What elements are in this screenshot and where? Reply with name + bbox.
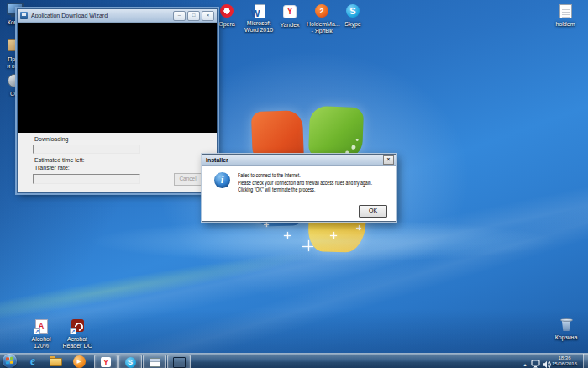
icon-label-line2: Word 2010 — [244, 27, 274, 34]
sparkle — [356, 225, 361, 230]
desktop: Комп Прог и ком CC Opera W Microsoft Wor… — [0, 0, 588, 368]
taskbar-ie[interactable]: e — [24, 355, 41, 368]
ok-button[interactable]: OK — [359, 205, 387, 218]
windows-logo-icon — [6, 357, 13, 365]
wizard-window: Application Download Wizard – □ × Downlo… — [17, 8, 218, 193]
shortcut-arrow-icon: ↗ — [34, 328, 40, 334]
desktop-icon-yandex[interactable]: Y Yandex — [275, 3, 305, 29]
skype-icon: S — [125, 357, 136, 368]
holdem-manager-icon: 2 — [314, 4, 329, 19]
close-button[interactable]: × — [202, 11, 214, 21]
taskbar-button-wizard[interactable] — [167, 355, 191, 368]
tray-clock[interactable]: 18:36 15/06/2016 — [548, 355, 581, 367]
taskbar-explorer[interactable] — [47, 355, 64, 368]
taskbar-button-yandex[interactable]: Y — [94, 355, 118, 368]
desktop-icon-holdem-file[interactable]: holdem — [550, 3, 580, 28]
taskbar-button-installer[interactable] — [143, 355, 166, 368]
media-player-icon: ▶ — [73, 355, 86, 368]
icon-label: holdem — [550, 21, 580, 28]
desktop-icon-holdem-manager[interactable]: 2 HoldemMa... - Ярлык — [307, 3, 337, 34]
opera-icon — [219, 4, 234, 19]
taskbar-button-skype[interactable]: S — [118, 355, 142, 368]
sparkle — [264, 222, 269, 227]
desktop-icon-skype[interactable]: S Skype — [338, 3, 368, 28]
tray-show-hidden-icons[interactable]: ▴ — [522, 355, 528, 368]
icon-label: Yandex — [275, 22, 305, 29]
app-icon — [20, 12, 28, 19]
estimated-time-label: Estimated time left: — [34, 157, 85, 163]
dialog-title: Installer — [204, 157, 383, 163]
desktop-icon-word[interactable]: W Microsoft Word 2010 — [244, 3, 274, 34]
bubble-dot — [356, 139, 359, 141]
sparkle — [284, 232, 291, 239]
installer-titlebar[interactable]: Installer × — [202, 155, 396, 166]
desktop-icon-alcohol[interactable]: A ↗ Alcohol 120% — [26, 318, 56, 350]
folder-icon — [50, 358, 62, 367]
icon-label-line2: 120% — [26, 343, 56, 350]
show-desktop-button[interactable] — [583, 354, 588, 368]
network-icon — [531, 360, 540, 368]
icon-label: Skype — [338, 21, 368, 28]
message-line1: Failed to connect to the Internet. — [238, 172, 372, 180]
sparkle — [302, 240, 313, 251]
text-file-icon — [558, 4, 573, 19]
alcohol-icon: A ↗ — [34, 319, 49, 334]
word-icon: W — [251, 3, 266, 18]
downloading-label: Downloading — [34, 136, 68, 142]
icon-label-line2: Reader DC — [62, 343, 92, 350]
dark-app-icon — [173, 357, 186, 368]
yandex-icon: Y — [282, 5, 297, 20]
transfer-rate-label: Transfer rate: — [34, 165, 70, 171]
download-progress-bar — [33, 145, 140, 154]
taskbar: e ▶ Y S ▴ — [0, 353, 588, 368]
tray-date: 15/06/2016 — [548, 361, 581, 367]
shortcut-arrow-icon: ↗ — [70, 328, 76, 334]
maximize-button[interactable]: □ — [187, 11, 200, 21]
desktop-icon-recycle-bin[interactable]: Корзина — [551, 316, 581, 341]
minimize-button[interactable]: – — [173, 11, 186, 21]
tray-arrow-icon: ▴ — [523, 362, 526, 367]
wizard-content-area — [18, 23, 217, 133]
message-line3: Clicking "OK" will terminate the process… — [238, 187, 372, 194]
acrobat-icon: ↗ — [70, 319, 85, 334]
ie-icon: e — [30, 355, 35, 368]
yandex-icon: Y — [101, 357, 111, 367]
wizard-titlebar[interactable]: Application Download Wizard – □ × — [18, 9, 217, 23]
cancel-button[interactable]: Cancel — [174, 173, 202, 186]
info-icon: i — [214, 172, 230, 188]
sparkle — [330, 232, 337, 239]
recycle-bin-icon — [560, 318, 573, 333]
icon-label-line1: Alcohol — [26, 336, 56, 343]
icon-label-line1: Microsoft — [244, 20, 274, 27]
windows-logo-green-pane — [308, 106, 364, 160]
taskbar-media-player[interactable]: ▶ — [71, 355, 87, 368]
desktop-icon-acrobat[interactable]: ↗ Acrobat Reader DC — [62, 318, 92, 350]
bubble-dot — [351, 145, 355, 150]
icon-label-line1: Acrobat — [62, 336, 92, 343]
close-icon[interactable]: × — [383, 155, 394, 165]
tray-network[interactable] — [531, 357, 540, 368]
installer-dialog: Installer × i Failed to connect to the I… — [202, 154, 396, 222]
icon-label: Корзина — [551, 334, 581, 341]
skype-icon: S — [345, 4, 360, 19]
icon-label-line1: HoldemMa... — [307, 21, 337, 28]
start-button[interactable] — [3, 354, 17, 368]
window-title: Application Download Wizard — [31, 13, 171, 18]
icon-label-line2: - Ярлык — [307, 28, 337, 34]
window-icon — [150, 358, 160, 367]
transfer-progress-bar — [33, 174, 140, 184]
tray-time: 18:36 — [548, 355, 581, 361]
message-line2: Please check your connection and firewal… — [238, 180, 372, 187]
